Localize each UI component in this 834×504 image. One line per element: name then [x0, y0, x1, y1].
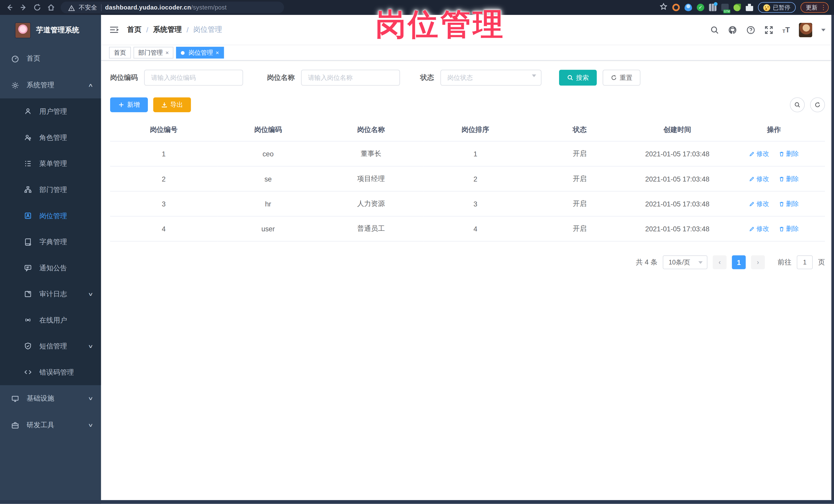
hamburger-icon[interactable]: [110, 26, 118, 34]
col-post-name: 岗位名称: [319, 119, 423, 141]
back-icon[interactable]: [5, 3, 14, 12]
screen: 不安全 dashboard.yudao.iocoder.cn/system/po…: [0, 0, 834, 504]
edit-link[interactable]: 修改: [749, 174, 769, 183]
pagination-total: 共 4 条: [636, 258, 657, 267]
extension-icon-columns[interactable]: [709, 4, 717, 11]
text-size-icon[interactable]: TT: [783, 25, 790, 34]
reset-button[interactable]: 重置: [603, 70, 640, 86]
breadcrumb-section[interactable]: 系统管理: [153, 25, 182, 35]
extension-icon-check[interactable]: [697, 4, 704, 11]
github-icon[interactable]: [728, 25, 737, 34]
current-page[interactable]: 1: [732, 256, 746, 269]
sidebar-item-online-users[interactable]: 在线用户: [0, 307, 101, 333]
address-bar[interactable]: 不安全 dashboard.yudao.iocoder.cn/system/po…: [61, 2, 284, 13]
sidebar-item-dicts[interactable]: 字典管理: [0, 229, 101, 255]
add-button[interactable]: 新增: [110, 97, 148, 112]
export-button[interactable]: 导出: [153, 97, 191, 112]
delete-link[interactable]: 删除: [778, 224, 799, 233]
post-code-input[interactable]: [144, 70, 243, 86]
close-icon[interactable]: ×: [216, 49, 219, 56]
sidebar-item-posts[interactable]: 岗位管理: [0, 202, 101, 229]
refresh-button[interactable]: [810, 97, 825, 112]
sidebar-item-users[interactable]: 用户管理: [0, 98, 101, 125]
sidebar-item-menus[interactable]: 菜单管理: [0, 151, 101, 177]
code-icon: [24, 368, 32, 376]
user-icon: [24, 108, 32, 115]
window-scrollbar[interactable]: [831, 15, 834, 504]
filter-form: 岗位编码 岗位名称 状态 搜索: [110, 70, 825, 86]
extension-icon-gtm[interactable]: [721, 4, 729, 11]
browser-menu-kebab-icon[interactable]: ⋮: [820, 5, 823, 10]
bookmark-star-icon[interactable]: [659, 2, 667, 12]
app-logo-row[interactable]: 芋道管理系统: [0, 15, 101, 45]
extension-icon-orange[interactable]: [672, 4, 680, 11]
extensions-puzzle-icon[interactable]: [746, 4, 753, 11]
chevron-down-icon: [699, 261, 703, 266]
tab-departments[interactable]: 部门管理×: [133, 47, 174, 59]
paused-badge[interactable]: 已暂停: [758, 2, 796, 13]
edit-link[interactable]: 修改: [749, 149, 769, 158]
tab-posts[interactable]: 岗位管理×: [176, 47, 224, 59]
url-text[interactable]: dashboard.yudao.iocoder.cn/system/post: [105, 4, 227, 11]
emoji-face-icon: [763, 4, 770, 11]
sidebar-item-dev-tools[interactable]: 研发工具 ∨: [0, 412, 101, 439]
next-page-button[interactable]: ›: [751, 256, 765, 269]
post-page: 岗位编码 岗位名称 状态 搜索: [101, 61, 834, 504]
page-size-select[interactable]: 10条/页: [663, 256, 707, 269]
sidebar-item-audit-log[interactable]: 审计日志 ∨: [0, 281, 101, 307]
col-created: 创建时间: [632, 119, 723, 141]
edit-link[interactable]: 修改: [749, 199, 769, 208]
delete-link[interactable]: 删除: [778, 174, 799, 183]
online-signal-icon: [24, 316, 32, 324]
sidebar-item-sms[interactable]: 短信管理 ∨: [0, 333, 101, 359]
prev-page-button[interactable]: ‹: [713, 256, 727, 269]
sidebar-item-system[interactable]: 系统管理 ∧: [0, 72, 101, 98]
security-label: 不安全: [79, 3, 97, 11]
extension-icon-leaf[interactable]: [733, 4, 741, 11]
delete-link[interactable]: 删除: [778, 199, 799, 208]
forward-icon[interactable]: [19, 3, 28, 12]
status-label: 状态: [420, 73, 434, 82]
sidebar-item-notices[interactable]: 通知公告: [0, 255, 101, 281]
page-unit-label: 页: [818, 258, 825, 267]
avatar-caret-icon[interactable]: [821, 28, 826, 34]
goto-page-input[interactable]: [797, 256, 813, 269]
sidebar-item-infrastructure[interactable]: 基础设施 ∨: [0, 385, 101, 412]
table-row: 2 se 项目经理 2 开启 2021-01-05 17:03:48 修改 删除: [110, 167, 825, 191]
breadcrumb-home[interactable]: 首页: [127, 25, 141, 35]
announcement-icon: [24, 264, 32, 272]
sidebar-item-error-codes[interactable]: 错误码管理: [0, 359, 101, 386]
window-bottom-edge: [0, 500, 834, 504]
col-post-code: 岗位编码: [217, 119, 319, 141]
menu-list-icon: [24, 160, 32, 168]
edit-link[interactable]: 修改: [749, 224, 769, 233]
status-select[interactable]: [440, 70, 542, 86]
toggle-search-button[interactable]: [790, 97, 805, 112]
monitor-icon: [11, 394, 19, 402]
sidebar-item-departments[interactable]: 部门管理: [0, 177, 101, 203]
close-icon[interactable]: ×: [165, 49, 169, 56]
home-icon[interactable]: [47, 3, 55, 12]
update-button[interactable]: 更新 ⋮: [800, 2, 829, 13]
extension-icon-drop[interactable]: [685, 4, 692, 11]
tab-home[interactable]: 首页: [109, 47, 131, 59]
chevron-down-icon: [532, 74, 536, 79]
toolbox-icon: [11, 421, 19, 429]
chevron-down-icon: ∨: [88, 344, 94, 349]
help-icon[interactable]: [746, 25, 755, 34]
sidebar-item-home[interactable]: 首页: [0, 45, 101, 72]
header-search-icon[interactable]: [710, 25, 719, 34]
search-button[interactable]: 搜索: [559, 70, 597, 86]
pagination: 共 4 条 10条/页 ‹ 1 › 前往 页: [110, 256, 825, 269]
sidebar-item-roles[interactable]: 角色管理: [0, 125, 101, 151]
col-status: 状态: [527, 119, 632, 141]
post-name-label: 岗位名称: [267, 73, 295, 82]
reload-icon[interactable]: [33, 3, 41, 12]
sms-shield-icon: [24, 342, 32, 350]
fullscreen-icon[interactable]: [764, 25, 773, 34]
avatar[interactable]: [799, 23, 812, 37]
post-code-label: 岗位编码: [110, 73, 138, 82]
table-row: 3 hr 人力资源 3 开启 2021-01-05 17:03:48 修改 删除: [110, 191, 825, 216]
delete-link[interactable]: 删除: [778, 149, 799, 158]
post-name-input[interactable]: [301, 70, 400, 86]
